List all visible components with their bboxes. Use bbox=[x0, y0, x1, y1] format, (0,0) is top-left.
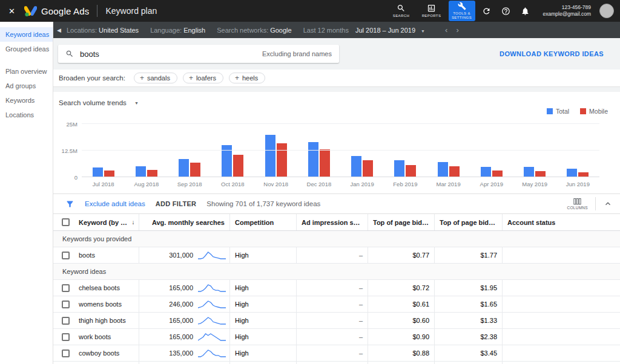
columns-button[interactable]: COLUMNS bbox=[567, 198, 588, 210]
bar-group-dec-2018: Dec 2018 bbox=[308, 142, 330, 177]
x-axis-tick-label: Feb 2019 bbox=[393, 181, 417, 187]
close-icon[interactable]: ✕ bbox=[8, 7, 15, 16]
sidebar-item-locations[interactable]: Locations bbox=[0, 108, 53, 122]
sidebar-item-keywords[interactable]: Keywords bbox=[0, 93, 53, 108]
legend-total: Total bbox=[547, 108, 569, 115]
row-checkbox[interactable] bbox=[62, 349, 70, 357]
row-checkbox[interactable] bbox=[62, 301, 70, 308]
date-prev-icon[interactable]: ‹ bbox=[445, 25, 447, 34]
top-of-page-bid-low-cell: $0.88 bbox=[368, 345, 435, 361]
toolbar-setting-language[interactable]: Language:English bbox=[150, 27, 205, 34]
sidebar-section-gap bbox=[0, 56, 53, 64]
bar-total bbox=[524, 167, 534, 177]
notifications-button[interactable] bbox=[518, 3, 533, 19]
column-header-avg-monthly-searches[interactable]: Avg. monthly searches bbox=[139, 214, 230, 230]
search-nav-button[interactable]: SEARCH bbox=[388, 1, 415, 21]
search-trend-sparkline bbox=[198, 251, 226, 260]
ad-impression-share-cell: – bbox=[297, 296, 368, 312]
chart-plot: Jul 2018Aug 2018Sep 2018Oct 2018Nov 2018… bbox=[82, 124, 599, 177]
top-of-page-bid-low-cell: $0.61 bbox=[368, 296, 435, 312]
table-section-row-keywords-you-provided: Keywords you provided bbox=[53, 231, 620, 247]
sidebar-item-ad-groups[interactable]: Ad groups bbox=[0, 79, 53, 93]
column-header-top-of-page-bid-low-range[interactable]: Top of page bid (low range) bbox=[368, 214, 435, 230]
google-ads-logo[interactable]: Google Ads bbox=[24, 5, 90, 17]
search-volume-section: Search volume trends ▼ TotalMobile Jul 2… bbox=[53, 92, 620, 193]
row-checkbox-cell bbox=[53, 329, 79, 345]
search-input[interactable]: boots bbox=[80, 50, 256, 59]
bar-mobile bbox=[363, 160, 373, 177]
bar-group-feb-2019: Feb 2019 bbox=[394, 160, 416, 177]
broaden-chips: +sandals+loafers+heels bbox=[134, 73, 265, 83]
sidebar-item-keyword-ideas[interactable]: Keyword ideas bbox=[0, 27, 53, 42]
bar-group-may-2019: May 2019 bbox=[524, 167, 546, 177]
row-checkbox[interactable] bbox=[62, 284, 70, 292]
search-trend-sparkline bbox=[198, 316, 226, 325]
collapse-chevron-up-icon[interactable] bbox=[603, 199, 613, 209]
column-header-ad-impression-share[interactable]: Ad impression share bbox=[297, 214, 368, 230]
column-header-keyword-by-relevance[interactable]: Keyword (by relevance)↓ bbox=[79, 214, 139, 230]
broaden-chip-sandals[interactable]: +sandals bbox=[134, 73, 177, 83]
row-checkbox-cell bbox=[53, 247, 79, 263]
bar-group-mar-2019: Mar 2019 bbox=[438, 162, 460, 177]
keyword-search-box[interactable]: boots Excluding brand names bbox=[58, 45, 339, 63]
download-keyword-ideas-button[interactable]: DOWNLOAD KEYWORD IDEAS bbox=[500, 50, 604, 57]
date-range-selector[interactable]: Last 12 months Jul 2018 – Jun 2019 ▼ bbox=[303, 27, 425, 34]
account-email: example@gmail.com bbox=[543, 11, 592, 18]
row-checkbox-cell bbox=[53, 345, 79, 361]
search-trend-sparkline bbox=[198, 300, 226, 309]
x-axis-tick-label: Dec 2018 bbox=[307, 181, 332, 187]
bar-total bbox=[179, 159, 189, 177]
sidebar-item-plan-overview[interactable]: Plan overview bbox=[0, 64, 53, 79]
top-of-page-bid-high-cell: $3.45 bbox=[435, 345, 503, 361]
add-filter-button[interactable]: ADD FILTER bbox=[156, 200, 197, 207]
excluding-brand-names-note[interactable]: Excluding brand names bbox=[262, 50, 332, 57]
top-of-page-bid-low-cell: $0.77 bbox=[368, 247, 435, 263]
bell-icon bbox=[521, 7, 530, 16]
column-header-top-of-page-bid-high-range[interactable]: Top of page bid (high range) bbox=[435, 214, 503, 230]
filter-icon bbox=[65, 200, 74, 209]
exclude-adult-ideas-filter[interactable]: Exclude adult ideas bbox=[85, 200, 145, 207]
account-status-cell bbox=[503, 362, 620, 364]
help-icon bbox=[501, 7, 510, 16]
search-volume-trends-dropdown[interactable]: Search volume trends ▼ bbox=[59, 97, 139, 108]
top-of-page-bid-low-cell: $0.59 bbox=[368, 362, 435, 364]
row-checkbox[interactable] bbox=[62, 333, 70, 341]
reports-nav-button[interactable]: REPORTS bbox=[418, 1, 445, 21]
x-axis-tick-label: Oct 2018 bbox=[221, 181, 245, 187]
table-row-thigh-high-boots: thigh high boots165,000High–$0.60$1.33 bbox=[53, 313, 620, 329]
topbar-divider bbox=[97, 5, 97, 17]
column-header-competition[interactable]: Competition bbox=[230, 214, 297, 230]
bar-mobile bbox=[233, 155, 243, 177]
bar-group-jul-2018: Jul 2018 bbox=[93, 167, 114, 177]
top-of-page-bid-high-cell: $1.77 bbox=[435, 247, 503, 263]
keyword-cell: womens boots bbox=[79, 296, 139, 312]
bar-group-aug-2018: Aug 2018 bbox=[136, 166, 157, 177]
select-all-checkbox[interactable] bbox=[62, 218, 70, 226]
collapse-panel-icon[interactable]: ◀ bbox=[57, 27, 61, 33]
toolbar-setting-locations[interactable]: Locations:United States bbox=[67, 27, 139, 34]
reports-nav-label: REPORTS bbox=[422, 14, 441, 19]
broaden-chip-heels[interactable]: +heels bbox=[229, 73, 265, 83]
top-of-page-bid-high-cell: $1.65 bbox=[435, 296, 503, 312]
column-header-account-status[interactable]: Account status bbox=[503, 214, 620, 230]
search-trend-sparkline bbox=[198, 349, 226, 358]
competition-cell: High bbox=[230, 329, 297, 345]
row-checkbox[interactable] bbox=[62, 252, 70, 259]
table-row-cowboy-boots: cowboy boots135,000High–$0.88$3.45 bbox=[53, 345, 620, 362]
reports-icon bbox=[427, 4, 436, 13]
broaden-chip-loafers[interactable]: +loafers bbox=[183, 73, 223, 83]
chevron-down-icon: ▼ bbox=[421, 29, 425, 33]
legend-swatch bbox=[580, 108, 586, 114]
help-button[interactable] bbox=[498, 3, 514, 19]
row-checkbox[interactable] bbox=[62, 317, 70, 325]
toolbar-filters: Locations:United StatesLanguage:EnglishS… bbox=[67, 27, 303, 34]
avatar[interactable] bbox=[599, 4, 614, 18]
broaden-search-bar: Broaden your search: +sandals+loafers+he… bbox=[53, 70, 620, 87]
refresh-button[interactable] bbox=[479, 3, 495, 19]
search-nav-label: SEARCH bbox=[393, 14, 409, 19]
tools-settings-nav-button[interactable]: TOOLS & SETTINGS bbox=[449, 1, 475, 21]
wrench-icon bbox=[458, 2, 466, 10]
toolbar-setting-search-networks[interactable]: Search networks:Google bbox=[217, 27, 291, 34]
date-next-icon[interactable]: › bbox=[456, 25, 458, 34]
sidebar-item-grouped-ideas[interactable]: Grouped ideas bbox=[0, 42, 53, 56]
